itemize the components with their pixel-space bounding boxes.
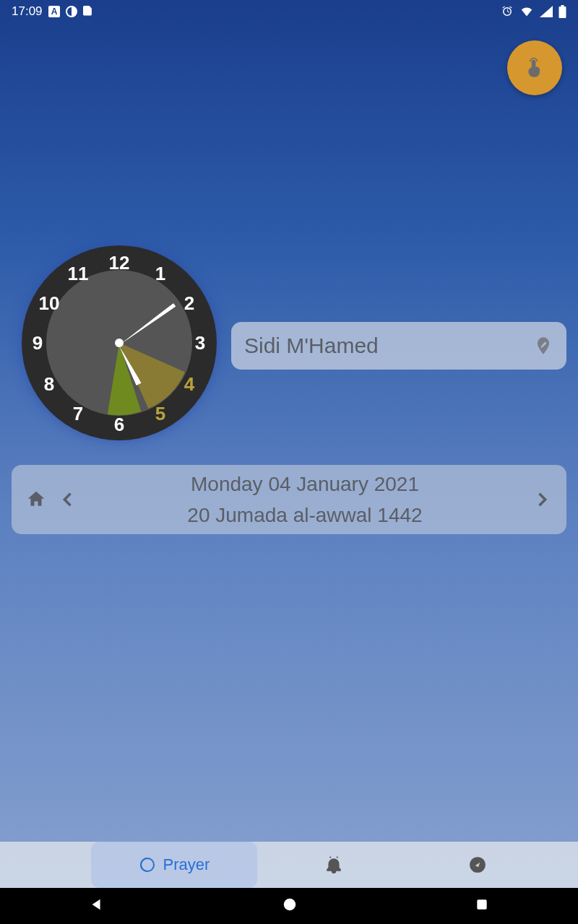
alarm-icon	[501, 5, 514, 18]
tab-alarm[interactable]	[262, 842, 405, 888]
sd-card-icon	[83, 6, 93, 17]
bell-icon	[324, 855, 343, 874]
touch-fab[interactable]	[507, 40, 562, 95]
touch-icon	[522, 56, 547, 80]
home-button[interactable]	[20, 484, 52, 515]
edit-location-icon	[533, 336, 553, 356]
compass-icon	[468, 855, 487, 874]
home-system-button[interactable]	[282, 897, 298, 915]
battery-icon	[558, 5, 566, 18]
svg-rect-8	[478, 899, 487, 909]
signal-icon	[540, 6, 553, 17]
date-navigator: Monday 04 January 2021 20 Jumada al-awwa…	[12, 465, 566, 534]
recents-button[interactable]	[475, 897, 489, 915]
badge-a-icon: A	[48, 6, 60, 17]
location-name: Sidi M'Hamed	[244, 334, 379, 358]
tab-label: Prayer	[163, 855, 210, 874]
square-recents-icon	[475, 897, 489, 912]
bottom-nav: Prayer	[0, 842, 578, 888]
location-selector[interactable]: Sidi M'Hamed	[231, 322, 566, 370]
home-icon	[25, 489, 47, 510]
svg-point-7	[284, 899, 296, 911]
svg-text:A: A	[51, 6, 57, 17]
status-time: 17:09	[12, 4, 43, 19]
svg-rect-3	[559, 6, 566, 18]
back-button[interactable]	[89, 897, 105, 915]
system-nav	[0, 888, 578, 924]
triangle-back-icon	[89, 897, 105, 912]
status-bar: 17:09 A	[0, 0, 578, 23]
chevron-right-icon	[532, 489, 552, 510]
tab-compass[interactable]	[405, 842, 549, 888]
svg-rect-4	[561, 5, 564, 6]
circle-icon	[66, 6, 77, 17]
next-day-button[interactable]	[526, 484, 558, 515]
wifi-icon	[519, 6, 534, 17]
tab-prayer[interactable]: Prayer	[91, 842, 257, 888]
hijri-date: 20 Jumada al-awwal 1442	[84, 500, 526, 531]
chevron-left-icon	[58, 489, 78, 510]
prev-day-button[interactable]	[52, 484, 84, 515]
moon-icon	[139, 856, 156, 873]
gregorian-date: Monday 04 January 2021	[84, 468, 526, 500]
analog-clock: 12 1 2 3 4 5 6 7 8 9 10 11	[22, 245, 217, 440]
circle-home-icon	[282, 897, 298, 912]
